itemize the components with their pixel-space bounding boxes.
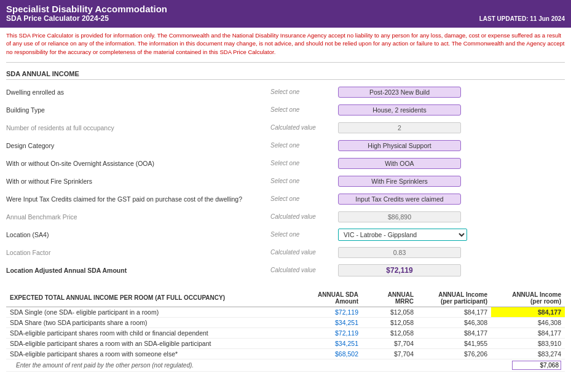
type-sprinklers: Select one xyxy=(270,178,338,184)
rent-input-cell[interactable] xyxy=(491,359,565,371)
col-header-per-participant: ANNUAL Income(per participant) xyxy=(417,289,491,307)
sda-share-annual-sda: $34,251 xyxy=(301,317,362,327)
type-location: Select one xyxy=(270,231,338,238)
last-updated: LAST UPDATED: 11 Jun 2024 xyxy=(479,15,565,22)
form-row-location-factor: Location Factor Calculated value 0.83 xyxy=(6,245,565,260)
page-header: Specialist Disability Accommodation SDA … xyxy=(0,0,571,26)
value-tax-credits[interactable]: Input Tax Credits were claimed xyxy=(338,194,565,205)
form-row-sprinklers: With or without Fire Sprinklers Select o… xyxy=(6,174,565,189)
table-row: SDA-eligible participant shares room wit… xyxy=(6,327,565,338)
sda-else-per-room: $83,274 xyxy=(491,348,565,359)
value-dwelling[interactable]: Post-2023 New Build xyxy=(338,87,565,98)
form-row-benchmark: Annual Benchmark Price Calculated value … xyxy=(6,210,565,224)
value-building-type[interactable]: House, 2 residents xyxy=(338,104,565,116)
select-dwelling[interactable]: Post-2023 New Build xyxy=(338,87,461,98)
form-row-building-type: Building Type Select one House, 2 reside… xyxy=(6,103,565,117)
label-building-type: Building Type xyxy=(6,106,270,114)
type-dwelling: Select one xyxy=(270,88,338,95)
sda-eligible-annual-sda: $34,251 xyxy=(301,338,362,348)
select-design-category[interactable]: High Physical Support xyxy=(338,140,461,151)
sda-else-mrrc: $7,704 xyxy=(362,348,417,359)
table-row: SDA-eligible participant shares a room w… xyxy=(6,338,565,348)
desc-sda-sda-eligible: SDA-eligible participant shares a room w… xyxy=(6,338,301,348)
value-sprinklers[interactable]: With Fire Sprinklers xyxy=(338,176,565,187)
desc-sda-share: SDA Share (two SDA participants share a … xyxy=(6,317,301,327)
table-row: SDA Share (two SDA participants share a … xyxy=(6,317,565,327)
type-adjusted-amount: Calculated value xyxy=(270,267,338,273)
value-location-factor: 0.83 xyxy=(338,247,565,258)
sda-eligible-mrrc: $7,704 xyxy=(362,338,417,348)
select-tax-credits[interactable]: Input Tax Credits were claimed xyxy=(338,194,461,205)
income-table: EXPECTED TOTAL ANNUAL INCOME PER ROOM (A… xyxy=(6,289,565,372)
sda-single-per-room: $84,177 xyxy=(491,307,565,317)
type-location-factor: Calculated value xyxy=(270,249,338,256)
income-table-section: EXPECTED TOTAL ANNUAL INCOME PER ROOM (A… xyxy=(0,286,571,378)
form-row-ooa: With or without On-site Overnight Assist… xyxy=(6,156,565,171)
calc-benchmark: $86,890 xyxy=(338,211,461,222)
desc-sda-child: SDA-eligible participant shares room wit… xyxy=(6,327,301,338)
label-benchmark: Annual Benchmark Price xyxy=(6,213,270,221)
type-tax-credits: Select one xyxy=(270,195,338,202)
col-header-description: EXPECTED TOTAL ANNUAL INCOME PER ROOM (A… xyxy=(6,289,301,307)
calc-adjusted-amount: $72,119 xyxy=(338,264,461,276)
table-row-rent: Enter the amount of rent paid by the oth… xyxy=(6,359,565,371)
sda-child-annual-sda: $72,119 xyxy=(301,327,362,338)
desc-rent: Enter the amount of rent paid by the oth… xyxy=(6,359,301,371)
label-location: Location (SA4) xyxy=(6,231,270,238)
type-benchmark: Calculated value xyxy=(270,213,338,220)
type-residents: Calculated value xyxy=(270,124,338,131)
select-ooa[interactable]: With OOA xyxy=(338,158,461,169)
form-row-location: Location (SA4) Select one VIC - Latrobe … xyxy=(6,227,565,242)
rent-participant-empty xyxy=(417,359,491,371)
type-design-category: Select one xyxy=(270,142,338,149)
select-location[interactable]: VIC - Latrobe - Gippsland xyxy=(338,229,467,241)
label-dwelling: Dwelling enrolled as xyxy=(6,88,270,96)
label-location-factor: Location Factor xyxy=(6,249,270,256)
value-residents: 2 xyxy=(338,122,565,133)
value-ooa[interactable]: With OOA xyxy=(338,158,565,169)
form-row-dwelling: Dwelling enrolled as Select one Post-202… xyxy=(6,85,565,100)
form-row-tax-credits: Were Input Tax Credits claimed for the G… xyxy=(6,192,565,206)
sda-share-mrrc: $12,058 xyxy=(362,317,417,327)
sda-single-mrrc: $12,058 xyxy=(362,307,417,317)
label-tax-credits: Were Input Tax Credits claimed for the G… xyxy=(6,195,270,203)
sda-single-per-participant: $84,177 xyxy=(417,307,491,317)
label-ooa: With or without On-site Overnight Assist… xyxy=(6,160,270,167)
select-sprinklers[interactable]: With Fire Sprinklers xyxy=(338,176,461,187)
desc-sda-single: SDA Single (one SDA- eligible participan… xyxy=(6,307,301,317)
sda-share-per-participant: $46,308 xyxy=(417,317,491,327)
value-design-category[interactable]: High Physical Support xyxy=(338,140,565,151)
label-design-category: Design Category xyxy=(6,142,270,149)
sda-child-mrrc: $12,058 xyxy=(362,327,417,338)
value-benchmark: $86,890 xyxy=(338,211,565,222)
sda-child-per-room: $84,177 xyxy=(491,327,565,338)
select-building-type[interactable]: House, 2 residents xyxy=(338,104,461,116)
label-sprinklers: With or without Fire Sprinklers xyxy=(6,178,270,185)
form-row-residents: Number of residents at full occupancy Ca… xyxy=(6,120,565,135)
type-building-type: Select one xyxy=(270,106,338,113)
col-header-annual-sda: ANNUAL SDAAmount xyxy=(301,289,362,307)
form-row-adjusted-amount: Location Adjusted Annual SDA Amount Calc… xyxy=(6,263,565,278)
sda-share-per-room: $46,308 xyxy=(491,317,565,327)
rent-input[interactable] xyxy=(512,361,561,370)
rent-mrrc-empty xyxy=(362,359,417,371)
sda-eligible-per-room: $83,910 xyxy=(491,338,565,348)
label-residents: Number of residents at full occupancy xyxy=(6,124,270,131)
type-ooa: Select one xyxy=(270,160,338,167)
sda-else-per-participant: $76,206 xyxy=(417,348,491,359)
value-location[interactable]: VIC - Latrobe - Gippsland xyxy=(338,229,565,241)
col-header-mrrc: ANNUALMRRC xyxy=(362,289,417,307)
table-row: SDA-eligible participant shares a room w… xyxy=(6,348,565,359)
value-adjusted-amount: $72,119 xyxy=(338,264,565,276)
annual-income-title: SDA ANNUAL INCOME xyxy=(6,70,565,80)
page-title: Specialist Disability Accommodation xyxy=(6,4,565,14)
annual-income-section: SDA ANNUAL INCOME Dwelling enrolled as S… xyxy=(0,65,571,286)
calc-location-factor: 0.83 xyxy=(338,247,461,258)
disclaimer-text: This SDA Price Calculator is provided fo… xyxy=(0,26,571,60)
rent-sda-empty xyxy=(301,359,362,371)
page-subtitle: SDA Price Calculator 2024-25 xyxy=(6,14,109,23)
form-row-design-category: Design Category Select one High Physical… xyxy=(6,138,565,153)
sda-single-annual-sda: $72,119 xyxy=(301,307,362,317)
sda-else-annual-sda: $68,502 xyxy=(301,348,362,359)
sda-eligible-per-participant: $41,955 xyxy=(417,338,491,348)
